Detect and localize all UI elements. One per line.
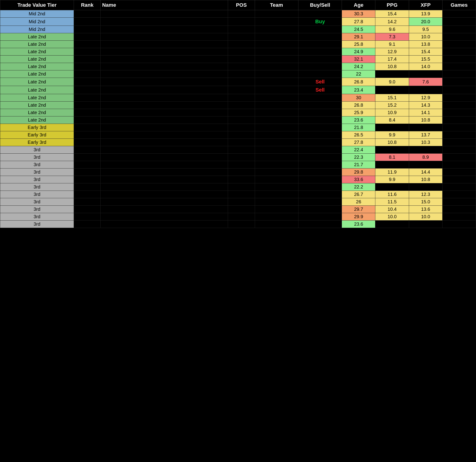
cell-xfp: 14.4 bbox=[409, 168, 442, 176]
cell-tier: Late 2nd bbox=[0, 78, 74, 86]
cell-games bbox=[442, 220, 476, 228]
cell-buysell bbox=[298, 183, 342, 191]
cell-age: 21.7 bbox=[342, 161, 375, 168]
cell-pos bbox=[228, 86, 255, 94]
cell-tier: Late 2nd bbox=[0, 33, 74, 41]
cell-rank bbox=[74, 33, 101, 41]
cell-games bbox=[442, 183, 476, 191]
cell-name bbox=[101, 146, 228, 154]
table-row: Late 2nd24.210.814.0 bbox=[0, 63, 476, 70]
cell-ppg: 8.1 bbox=[375, 154, 409, 161]
cell-pos bbox=[228, 191, 255, 198]
cell-rank bbox=[74, 101, 101, 109]
cell-team bbox=[255, 86, 298, 94]
cell-age: 29.1 bbox=[342, 33, 375, 41]
cell-ppg: 9.0 bbox=[375, 78, 409, 86]
cell-rank bbox=[74, 176, 101, 183]
cell-name bbox=[101, 56, 228, 63]
cell-xfp: 20.0 bbox=[409, 18, 442, 26]
cell-xfp bbox=[409, 124, 442, 131]
cell-age: 29.7 bbox=[342, 206, 375, 213]
table-row: 3rd33.69.910.8 bbox=[0, 176, 476, 183]
cell-rank bbox=[74, 94, 101, 101]
cell-pos bbox=[228, 78, 255, 86]
cell-tier: Late 2nd bbox=[0, 117, 74, 124]
cell-xfp: 8.9 bbox=[409, 154, 442, 161]
cell-buysell bbox=[298, 26, 342, 33]
table-row: Mid 2nd30.315.413.9 bbox=[0, 10, 476, 18]
cell-rank bbox=[74, 183, 101, 191]
cell-ppg: 9.9 bbox=[375, 176, 409, 183]
cell-xfp: 10.3 bbox=[409, 139, 442, 146]
cell-ppg: 15.1 bbox=[375, 94, 409, 101]
cell-rank bbox=[74, 146, 101, 154]
table-row: 3rd21.7 bbox=[0, 161, 476, 168]
cell-games bbox=[442, 26, 476, 33]
cell-ppg bbox=[375, 124, 409, 131]
cell-buysell bbox=[298, 176, 342, 183]
cell-name bbox=[101, 33, 228, 41]
cell-buysell bbox=[298, 124, 342, 131]
cell-name bbox=[101, 191, 228, 198]
cell-pos bbox=[228, 198, 255, 206]
cell-rank bbox=[74, 18, 101, 26]
header-games: Games bbox=[442, 0, 476, 10]
cell-name bbox=[101, 117, 228, 124]
cell-xfp bbox=[409, 70, 442, 78]
cell-pos bbox=[228, 220, 255, 228]
cell-name bbox=[101, 139, 228, 146]
cell-pos bbox=[228, 94, 255, 101]
cell-team bbox=[255, 48, 298, 56]
cell-tier: 3rd bbox=[0, 161, 74, 168]
cell-team bbox=[255, 94, 298, 101]
cell-tier: Late 2nd bbox=[0, 94, 74, 101]
cell-rank bbox=[74, 198, 101, 206]
table-row: 3rd2611.515.0 bbox=[0, 198, 476, 206]
cell-name bbox=[101, 18, 228, 26]
table-row: Late 2nd25.910.914.1 bbox=[0, 109, 476, 117]
cell-ppg: 9.6 bbox=[375, 26, 409, 33]
cell-tier: Late 2nd bbox=[0, 56, 74, 63]
sell-label: Sell bbox=[316, 79, 325, 84]
cell-buysell: Sell bbox=[298, 78, 342, 86]
cell-tier: Late 2nd bbox=[0, 63, 74, 70]
cell-name bbox=[101, 161, 228, 168]
cell-team bbox=[255, 206, 298, 213]
cell-games bbox=[442, 139, 476, 146]
cell-name bbox=[101, 168, 228, 176]
cell-buysell bbox=[298, 117, 342, 124]
cell-age: 26 bbox=[342, 198, 375, 206]
cell-xfp: 14.1 bbox=[409, 109, 442, 117]
table-row: 3rd22.4 bbox=[0, 146, 476, 154]
cell-buysell bbox=[298, 109, 342, 117]
cell-rank bbox=[74, 161, 101, 168]
table-row: 3rd29.710.413.6 bbox=[0, 206, 476, 213]
cell-name bbox=[101, 109, 228, 117]
cell-games bbox=[442, 86, 476, 94]
table-row: Early 3rd26.59.913.7 bbox=[0, 131, 476, 139]
header-row: Trade Value Tier Rank Name POS Team Buy/… bbox=[0, 0, 476, 10]
cell-ppg: 12.9 bbox=[375, 48, 409, 56]
cell-xfp: 13.7 bbox=[409, 131, 442, 139]
cell-team bbox=[255, 117, 298, 124]
cell-tier: 3rd bbox=[0, 191, 74, 198]
cell-team bbox=[255, 63, 298, 70]
cell-ppg: 10.8 bbox=[375, 63, 409, 70]
cell-games bbox=[442, 109, 476, 117]
cell-age: 22.4 bbox=[342, 146, 375, 154]
cell-buysell bbox=[298, 56, 342, 63]
cell-buysell bbox=[298, 146, 342, 154]
cell-age: 33.6 bbox=[342, 176, 375, 183]
cell-pos bbox=[228, 154, 255, 161]
cell-team bbox=[255, 154, 298, 161]
table-row: 3rd29.910.010.0 bbox=[0, 213, 476, 220]
cell-buysell bbox=[298, 220, 342, 228]
cell-age: 30.3 bbox=[342, 10, 375, 18]
cell-buysell bbox=[298, 41, 342, 48]
cell-team bbox=[255, 18, 298, 26]
cell-tier: Late 2nd bbox=[0, 109, 74, 117]
buy-label: Buy bbox=[315, 19, 325, 25]
cell-games bbox=[442, 213, 476, 220]
cell-team bbox=[255, 33, 298, 41]
cell-tier: Early 3rd bbox=[0, 124, 74, 131]
